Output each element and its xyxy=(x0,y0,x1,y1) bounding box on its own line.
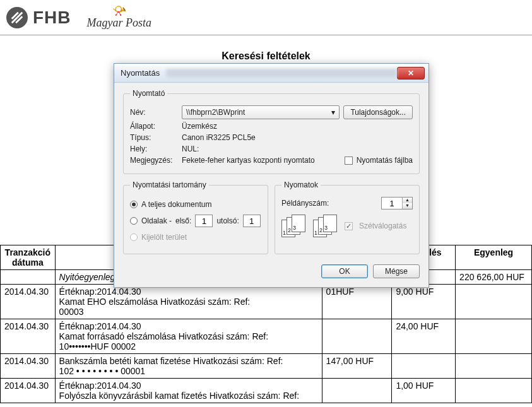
fhb-logo: FHB xyxy=(6,7,71,28)
cancel-button[interactable]: Mégse xyxy=(373,264,420,278)
type-value: Canon iR3225 PCL5e xyxy=(182,133,256,142)
collate-checkbox xyxy=(345,222,353,230)
copies-spinner[interactable]: ▲ ▼ xyxy=(381,197,413,209)
location-label: Hely: xyxy=(130,145,178,153)
table-row: 2014.04.30Értéknap:2014.04.30 Kamat forr… xyxy=(1,319,532,354)
range-first-label: első: xyxy=(175,216,191,225)
table-cell xyxy=(392,354,456,379)
range-last-input[interactable] xyxy=(243,215,261,227)
table-cell: 01HUF xyxy=(322,285,392,319)
printer-group: Nyomtató Név: \\fhbprn2\BWprint ▾ Tulajd… xyxy=(123,89,420,174)
properties-button[interactable]: Tulajdonságok... xyxy=(343,105,413,119)
table-cell xyxy=(456,319,532,354)
collate-label: Szétválogatás xyxy=(359,221,406,230)
range-selection-label: Kijelölt terület xyxy=(141,233,187,242)
table-cell: 2014.04.30 xyxy=(1,354,56,379)
magyar-posta-logo: 📯 Magyar Posta xyxy=(87,5,152,30)
table-cell: 2014.04.30 xyxy=(1,379,56,403)
location-value: NUL: xyxy=(182,145,199,153)
table-cell xyxy=(322,379,392,403)
dialog-title: Nyomtatás xyxy=(121,68,160,78)
range-pages-radio[interactable] xyxy=(130,217,138,225)
printer-select[interactable]: \\fhbprn2\BWprint ▾ xyxy=(182,105,340,119)
status-label: Állapot: xyxy=(130,122,178,131)
titlebar-blurred-text xyxy=(166,69,397,78)
app-header: FHB 📯 Magyar Posta xyxy=(0,0,532,35)
print-to-file-checkbox[interactable] xyxy=(345,156,353,165)
table-cell: Bankszámla betéti kamat fizetése Hivatko… xyxy=(55,354,322,379)
printer-name: \\fhbprn2\BWprint xyxy=(186,108,245,117)
range-all-radio[interactable] xyxy=(130,201,138,208)
table-cell: 147,00 HUF xyxy=(322,354,392,379)
range-first-input[interactable] xyxy=(195,215,213,227)
type-label: Típus: xyxy=(130,133,178,142)
collate-icon-2: 1 2 3 xyxy=(313,215,338,237)
comment-value: Fekete-feher kartyas kozponti nyomtato xyxy=(182,156,315,165)
table-cell xyxy=(456,354,532,379)
collate-icon-1: 1 2 3 xyxy=(281,215,307,237)
table-cell: Értéknap:2014.04.30 Kamat EHO elszámolás… xyxy=(55,285,322,319)
table-cell xyxy=(456,285,532,319)
close-icon: ✕ xyxy=(408,69,414,78)
table-cell: 1,00 HUF xyxy=(392,379,456,403)
table-cell: 9,00 HUF xyxy=(392,285,456,319)
print-dialog: Nyomtatás ✕ Nyomtató Név: \\fhbprn2\BWpr… xyxy=(114,63,429,288)
col-balance: Egyenleg xyxy=(456,245,532,270)
table-cell: 2014.04.30 xyxy=(1,319,56,354)
dialog-titlebar[interactable]: Nyomtatás ✕ xyxy=(114,64,429,83)
printer-group-label: Nyomtató xyxy=(130,89,167,98)
range-selection-radio xyxy=(130,233,138,241)
print-range-label: Nyomtatási tartomány xyxy=(130,180,209,189)
magyar-posta-label: Magyar Posta xyxy=(87,16,152,30)
name-label: Név: xyxy=(130,108,178,117)
table-cell xyxy=(322,319,392,354)
horn-icon: 📯 xyxy=(112,5,126,16)
copies-label: Példányszám: xyxy=(281,199,329,208)
fhb-label: FHB xyxy=(33,8,71,28)
copies-input[interactable] xyxy=(382,198,402,209)
fhb-stripes-icon xyxy=(6,7,28,28)
close-button[interactable]: ✕ xyxy=(397,67,425,80)
print-to-file-label: Nyomtatás fájlba xyxy=(357,156,413,165)
table-cell xyxy=(456,379,532,403)
table-row: 2014.04.30Bankszámla betéti kamat fizeté… xyxy=(1,354,532,379)
table-row: 2014.04.30Értéknap:2014.04.30 Kamat EHO … xyxy=(1,285,532,319)
table-cell: 2014.04.30 xyxy=(1,285,56,319)
col-date: Tranzakció dátuma xyxy=(1,245,56,270)
table-cell: 220 626,00 HUF xyxy=(456,270,532,285)
ok-button[interactable]: OK xyxy=(321,264,368,278)
table-cell: Értéknap:2014.04.30 Folyószla könyvzárás… xyxy=(55,379,322,403)
table-cell xyxy=(1,270,56,285)
copies-group-label: Nyomatok xyxy=(281,180,321,189)
page-title: Keresési feltételek xyxy=(0,50,532,62)
chevron-down-icon: ▾ xyxy=(331,108,335,117)
table-row: 2014.04.30Értéknap:2014.04.30 Folyószla … xyxy=(1,379,532,403)
status-value: Üzemkész xyxy=(182,122,217,131)
range-pages-label: Oldalak - xyxy=(141,216,172,225)
range-all-label: A teljes dokumentum xyxy=(141,200,211,209)
spinner-up-icon[interactable]: ▲ xyxy=(403,198,412,203)
spinner-down-icon[interactable]: ▼ xyxy=(403,203,412,209)
table-cell: 24,00 HUF xyxy=(392,319,456,354)
print-range-group: Nyomtatási tartomány A teljes dokumentum… xyxy=(123,180,268,254)
range-last-label: utolsó: xyxy=(216,216,239,225)
copies-group: Nyomatok Példányszám: ▲ ▼ 1 xyxy=(275,180,420,254)
comment-label: Megjegyzés: xyxy=(130,156,178,165)
table-cell: Értéknap:2014.04.30 Kamat forrásadó elsz… xyxy=(55,319,322,354)
